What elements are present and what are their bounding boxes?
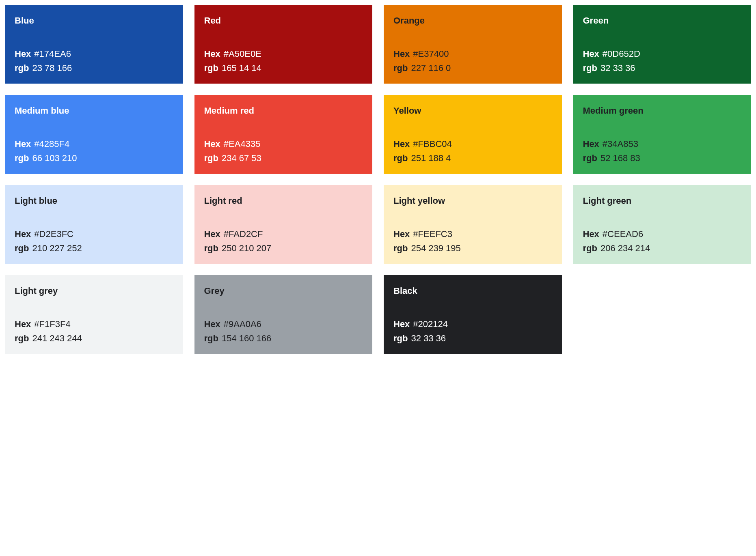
hex-label: Hex [393,317,410,331]
swatch-details: Hex#0D652Drgb32 33 36 [583,47,742,75]
hex-label: Hex [393,47,410,60]
swatch-details: Hex#FBBC04rgb251 188 4 [393,137,552,165]
hex-label: Hex [583,227,599,241]
color-swatch: Medium greenHex#34A853rgb52 168 83 [573,95,752,174]
rgb-label: rgb [583,151,597,165]
rgb-line: rgb254 239 195 [393,241,552,255]
hex-line: Hex#174EA6 [15,47,173,60]
hex-line: Hex#EA4335 [204,137,363,151]
swatch-details: Hex#A50E0Ergb165 14 14 [204,47,363,75]
color-swatch: GreenHex#0D652Drgb32 33 36 [573,5,752,84]
swatch-name: Black [393,284,552,297]
swatch-details: Hex#CEEAD6rgb206 234 214 [583,227,742,255]
color-swatch: Light yellowHex#FEEFC3rgb254 239 195 [384,185,562,264]
color-swatch: Medium blueHex#4285F4rgb66 103 210 [5,95,183,174]
rgb-line: rgb66 103 210 [15,151,173,165]
hex-value: #E37400 [413,47,449,60]
rgb-label: rgb [15,332,29,345]
hex-label: Hex [15,47,31,60]
color-swatch: Light greenHex#CEEAD6rgb206 234 214 [573,185,752,264]
rgb-label: rgb [393,241,408,255]
hex-line: Hex#FBBC04 [393,137,552,151]
hex-value: #EA4335 [224,137,261,151]
hex-line: Hex#CEEAD6 [583,227,742,241]
hex-label: Hex [393,227,410,241]
swatch-name: Light grey [15,284,173,297]
rgb-value: 210 227 252 [32,241,82,255]
hex-value: #FAD2CF [224,227,263,241]
rgb-line: rgb234 67 53 [204,151,363,165]
hex-value: #CEEAD6 [603,227,643,241]
color-swatch: OrangeHex#E37400rgb227 116 0 [384,5,562,84]
color-swatch: Light blueHex#D2E3FCrgb210 227 252 [5,185,183,264]
hex-label: Hex [15,317,31,331]
rgb-value: 206 234 214 [600,241,650,255]
swatch-details: Hex#EA4335rgb234 67 53 [204,137,363,165]
color-swatch: BlackHex#202124rgb32 33 36 [384,275,562,354]
hex-label: Hex [15,227,31,241]
hex-value: #0D652D [603,47,640,60]
swatch-name: Orange [393,14,552,27]
color-swatch: GreyHex#9AA0A6rgb154 160 166 [194,275,373,354]
color-palette-grid: BlueHex#174EA6rgb23 78 166RedHex#A50E0Er… [5,5,751,354]
rgb-line: rgb154 160 166 [204,332,363,345]
rgb-label: rgb [15,241,29,255]
rgb-label: rgb [204,151,218,165]
rgb-value: 165 14 14 [222,61,261,75]
rgb-line: rgb52 168 83 [583,151,742,165]
color-swatch: RedHex#A50E0Ergb165 14 14 [194,5,373,84]
swatch-name: Medium green [583,104,742,117]
hex-value: #F1F3F4 [34,317,70,331]
hex-value: #4285F4 [34,137,69,151]
rgb-value: 23 78 166 [32,61,72,75]
rgb-line: rgb250 210 207 [204,241,363,255]
hex-line: Hex#34A853 [583,137,742,151]
rgb-label: rgb [204,332,218,345]
rgb-value: 241 243 244 [32,332,82,345]
swatch-details: Hex#202124rgb32 33 36 [393,317,552,345]
swatch-name: Light red [204,194,363,207]
rgb-label: rgb [204,61,218,75]
hex-label: Hex [583,137,599,151]
rgb-value: 250 210 207 [222,241,271,255]
rgb-label: rgb [583,61,597,75]
swatch-name: Light yellow [393,194,552,207]
rgb-value: 32 33 36 [600,61,635,75]
rgb-value: 227 116 0 [411,61,451,75]
rgb-line: rgb32 33 36 [583,61,742,75]
hex-line: Hex#202124 [393,317,552,331]
swatch-name: Medium blue [15,104,173,117]
hex-value: #D2E3FC [34,227,73,241]
rgb-line: rgb23 78 166 [15,61,173,75]
swatch-name: Medium red [204,104,363,117]
rgb-value: 66 103 210 [32,151,77,165]
rgb-line: rgb227 116 0 [393,61,552,75]
rgb-value: 32 33 36 [411,332,446,345]
hex-line: Hex#D2E3FC [15,227,173,241]
swatch-details: Hex#4285F4rgb66 103 210 [15,137,173,165]
swatch-details: Hex#E37400rgb227 116 0 [393,47,552,75]
swatch-details: Hex#FEEFC3rgb254 239 195 [393,227,552,255]
hex-line: Hex#FEEFC3 [393,227,552,241]
hex-line: Hex#0D652D [583,47,742,60]
rgb-line: rgb241 243 244 [15,332,173,345]
swatch-details: Hex#9AA0A6rgb154 160 166 [204,317,363,345]
swatch-name: Light blue [15,194,173,207]
hex-line: Hex#F1F3F4 [15,317,173,331]
hex-label: Hex [204,317,220,331]
color-swatch: Medium redHex#EA4335rgb234 67 53 [194,95,373,174]
hex-label: Hex [204,47,220,60]
rgb-line: rgb32 33 36 [393,332,552,345]
swatch-details: Hex#D2E3FCrgb210 227 252 [15,227,173,255]
swatch-details: Hex#34A853rgb52 168 83 [583,137,742,165]
rgb-value: 154 160 166 [222,332,271,345]
hex-line: Hex#FAD2CF [204,227,363,241]
hex-value: #FBBC04 [413,137,451,151]
rgb-label: rgb [393,332,408,345]
rgb-label: rgb [583,241,597,255]
hex-line: Hex#9AA0A6 [204,317,363,331]
rgb-label: rgb [393,61,408,75]
rgb-line: rgb251 188 4 [393,151,552,165]
hex-value: #34A853 [603,137,638,151]
rgb-label: rgb [204,241,218,255]
